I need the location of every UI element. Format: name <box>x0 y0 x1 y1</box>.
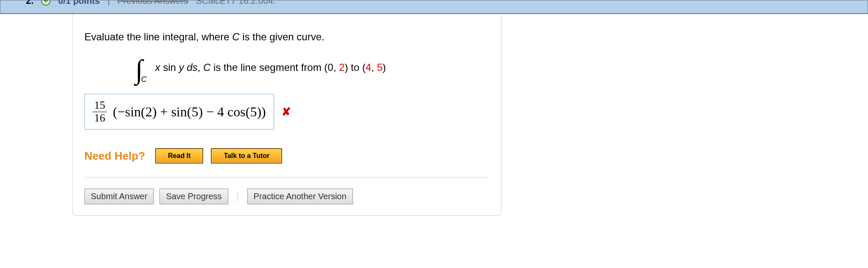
question-prompt: Evaluate the line integral, where C is t… <box>84 31 489 43</box>
help-row: Need Help? Read It Talk to a Tutor <box>84 148 489 178</box>
fraction-denominator: 16 <box>92 112 107 124</box>
incorrect-mark-icon: ✘ <box>282 105 291 118</box>
point2-y: 5 <box>377 62 382 73</box>
save-progress-button[interactable]: Save Progress <box>160 189 228 204</box>
curve-c: C <box>203 62 213 73</box>
points-label: 0/1 points <box>58 0 100 6</box>
seg-end: ) <box>383 62 386 73</box>
point2-x: 4 <box>366 62 371 73</box>
action-row: Submit Answer Save Progress Practice Ano… <box>73 189 501 204</box>
var-y: y <box>179 62 184 73</box>
var-x: x <box>155 62 160 73</box>
curve-variable: C <box>232 31 239 42</box>
fraction: 15 16 <box>92 99 107 124</box>
integral-subscript: C <box>141 75 147 84</box>
submit-answer-button[interactable]: Submit Answer <box>84 189 154 204</box>
question-source: SCalcET7 16.2.004. <box>196 0 276 6</box>
read-it-button[interactable]: Read It <box>155 148 203 164</box>
seg-comma: , <box>371 62 377 73</box>
divider-pipe: | <box>107 0 109 6</box>
talk-to-tutor-button[interactable]: Talk to a Tutor <box>211 148 282 164</box>
answer-row: 15 16 (−sin(2) + sin(5) − 4 cos(5)) ✘ <box>84 94 489 130</box>
question-body: Evaluate the line integral, where C is t… <box>72 14 501 216</box>
question-header: 2. 0/1 points | Previous Answers SCalcET… <box>0 0 868 14</box>
vertical-separator <box>238 192 238 202</box>
comma: , <box>198 62 201 73</box>
answer-input-display[interactable]: 15 16 (−sin(2) + sin(5) − 4 cos(5)) <box>84 94 274 130</box>
question-number: 2. <box>26 0 34 6</box>
practice-another-button[interactable]: Practice Another Version <box>247 189 353 204</box>
seg-prefix: is the line segment from (0, <box>213 62 339 73</box>
answer-expression: (−sin(2) + sin(5) − 4 cos(5)) <box>113 104 266 120</box>
point1-y: 2 <box>339 62 344 73</box>
ds-text: ds <box>184 62 198 73</box>
integrand-text: x sin y ds, C is the line segment from (… <box>155 62 386 73</box>
prompt-prefix: Evaluate the line integral, where <box>84 31 232 42</box>
expand-plus-icon[interactable] <box>41 0 50 6</box>
sin-text: sin <box>160 62 179 73</box>
need-help-label: Need Help? <box>84 150 145 163</box>
integral-expression: ∫ C x sin y ds, C is the line segment fr… <box>135 54 489 81</box>
previous-answers-link[interactable]: Previous Answers <box>118 0 188 6</box>
seg-mid: ) to ( <box>344 62 365 73</box>
prompt-suffix: is the given curve. <box>240 31 325 42</box>
fraction-numerator: 15 <box>92 99 107 112</box>
